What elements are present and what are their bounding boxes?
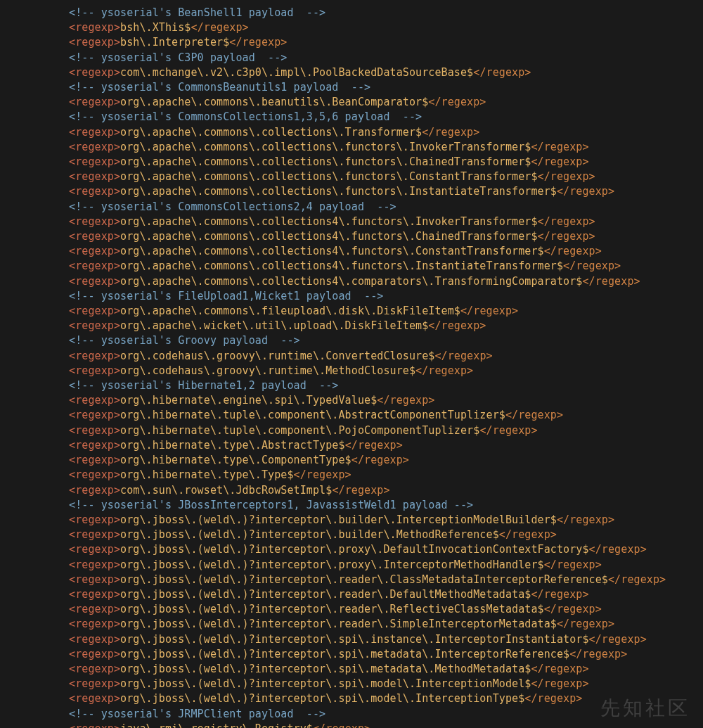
xml-comment: <!-- ysoserial's FileUpload1,Wicket1 pay… bbox=[69, 290, 383, 302]
regexp-close-tag: </regexp> bbox=[557, 185, 614, 198]
regexp-close-tag: </regexp> bbox=[415, 364, 473, 377]
xml-comment: <!-- ysoserial's CommonsBeanutils1 paylo… bbox=[69, 81, 370, 94]
regexp-open-tag: <regexp> bbox=[69, 573, 120, 586]
regexp-open-tag: <regexp> bbox=[69, 126, 120, 139]
xml-comment: <!-- ysoserial's BeanShell1 payload --> bbox=[69, 6, 325, 19]
regexp-pattern: org\.jboss\.(weld\.)?interceptor\.proxy\… bbox=[120, 543, 589, 556]
regexp-pattern: org\.jboss\.(weld\.)?interceptor\.spi\.m… bbox=[120, 648, 569, 660]
regexp-open-tag: <regexp> bbox=[69, 722, 120, 728]
regexp-pattern: org\.apache\.commons\.collections4\.func… bbox=[120, 245, 544, 257]
regexp-pattern: org\.jboss\.(weld\.)?interceptor\.spi\.i… bbox=[120, 633, 589, 646]
regexp-open-tag: <regexp> bbox=[69, 663, 120, 675]
regexp-open-tag: <regexp> bbox=[69, 170, 120, 183]
regexp-pattern: org\.jboss\.(weld\.)?interceptor\.proxy\… bbox=[120, 558, 544, 571]
regexp-pattern: org\.codehaus\.groovy\.runtime\.MethodCl… bbox=[120, 364, 415, 377]
regexp-open-tag: <regexp> bbox=[69, 513, 120, 526]
regexp-open-tag: <regexp> bbox=[69, 677, 120, 690]
regexp-pattern: org\.jboss\.(weld\.)?interceptor\.builde… bbox=[120, 528, 499, 541]
regexp-open-tag: <regexp> bbox=[69, 543, 120, 556]
xml-comment: <!-- ysoserial's JRMPClient payload --> bbox=[69, 708, 325, 720]
regexp-close-tag: </regexp> bbox=[538, 215, 595, 228]
regexp-pattern: org\.jboss\.(weld\.)?interceptor\.spi\.m… bbox=[120, 692, 524, 705]
regexp-open-tag: <regexp> bbox=[69, 648, 120, 660]
regexp-close-tag: </regexp> bbox=[531, 663, 588, 675]
xml-comment: <!-- ysoserial's C3P0 payload --> bbox=[69, 51, 287, 64]
regexp-pattern: org\.hibernate\.type\.Type$ bbox=[120, 468, 294, 481]
regexp-close-tag: </regexp> bbox=[505, 409, 563, 421]
regexp-open-tag: <regexp> bbox=[69, 185, 120, 198]
regexp-open-tag: <regexp> bbox=[69, 439, 120, 452]
regexp-open-tag: <regexp> bbox=[69, 21, 120, 34]
regexp-close-tag: </regexp> bbox=[229, 36, 287, 49]
regexp-close-tag: </regexp> bbox=[531, 155, 588, 168]
code-block: <!-- ysoserial's BeanShell1 payload --> … bbox=[0, 0, 703, 728]
regexp-pattern: org\.jboss\.(weld\.)?interceptor\.reader… bbox=[120, 603, 544, 615]
regexp-close-tag: </regexp> bbox=[531, 677, 588, 690]
regexp-close-tag: </regexp> bbox=[569, 648, 627, 660]
regexp-close-tag: </regexp> bbox=[544, 245, 602, 257]
regexp-pattern: org\.jboss\.(weld\.)?interceptor\.reader… bbox=[120, 573, 608, 586]
regexp-close-tag: </regexp> bbox=[434, 350, 492, 362]
regexp-close-tag: </regexp> bbox=[460, 305, 518, 317]
regexp-pattern: org\.jboss\.(weld\.)?interceptor\.reader… bbox=[120, 618, 557, 630]
regexp-open-tag: <regexp> bbox=[69, 364, 120, 377]
regexp-close-tag: </regexp> bbox=[345, 439, 403, 452]
regexp-pattern: org\.hibernate\.type\.ComponentType$ bbox=[120, 454, 352, 466]
regexp-pattern: org\.hibernate\.engine\.spi\.TypedValue$ bbox=[120, 394, 377, 407]
regexp-open-tag: <regexp> bbox=[69, 424, 120, 437]
regexp-close-tag: </regexp> bbox=[313, 722, 370, 728]
regexp-pattern: org\.apache\.commons\.collections\.Trans… bbox=[120, 126, 422, 139]
regexp-pattern: org\.apache\.commons\.collections\.funct… bbox=[120, 170, 538, 183]
regexp-pattern: org\.apache\.commons\.collections4\.func… bbox=[120, 230, 538, 243]
xml-comment: <!-- ysoserial's CommonsCollections1,3,5… bbox=[69, 110, 422, 123]
regexp-open-tag: <regexp> bbox=[69, 409, 120, 421]
regexp-pattern: org\.hibernate\.tuple\.component\.Abstra… bbox=[120, 409, 505, 421]
regexp-pattern: bsh\.XThis$ bbox=[120, 21, 191, 34]
regexp-close-tag: </regexp> bbox=[563, 260, 621, 272]
regexp-pattern: org\.jboss\.(weld\.)?interceptor\.spi\.m… bbox=[120, 663, 531, 675]
regexp-close-tag: </regexp> bbox=[499, 528, 557, 541]
regexp-open-tag: <regexp> bbox=[69, 305, 120, 317]
regexp-open-tag: <regexp> bbox=[69, 633, 120, 646]
regexp-open-tag: <regexp> bbox=[69, 558, 120, 571]
regexp-open-tag: <regexp> bbox=[69, 260, 120, 272]
regexp-pattern: com\.mchange\.v2\.c3p0\.impl\.PoolBacked… bbox=[120, 66, 473, 79]
regexp-close-tag: </regexp> bbox=[428, 96, 486, 108]
regexp-pattern: org\.apache\.commons\.collections\.funct… bbox=[120, 185, 557, 198]
regexp-pattern: bsh\.Interpreter$ bbox=[120, 36, 229, 49]
regexp-close-tag: </regexp> bbox=[531, 588, 588, 601]
regexp-pattern: org\.codehaus\.groovy\.runtime\.Converte… bbox=[120, 350, 434, 362]
regexp-open-tag: <regexp> bbox=[69, 155, 120, 168]
regexp-pattern: org\.apache\.commons\.collections4\.comp… bbox=[120, 275, 582, 288]
regexp-close-tag: </regexp> bbox=[294, 468, 352, 481]
regexp-pattern: org\.apache\.commons\.collections\.funct… bbox=[120, 155, 531, 168]
regexp-open-tag: <regexp> bbox=[69, 692, 120, 705]
regexp-close-tag: </regexp> bbox=[557, 618, 614, 630]
regexp-pattern: org\.jboss\.(weld\.)?interceptor\.builde… bbox=[120, 513, 557, 526]
regexp-pattern: org\.jboss\.(weld\.)?interceptor\.spi\.m… bbox=[120, 677, 531, 690]
regexp-open-tag: <regexp> bbox=[69, 230, 120, 243]
regexp-pattern: org\.apache\.commons\.collections4\.func… bbox=[120, 215, 538, 228]
regexp-open-tag: <regexp> bbox=[69, 275, 120, 288]
regexp-close-tag: </regexp> bbox=[531, 141, 588, 153]
regexp-open-tag: <regexp> bbox=[69, 350, 120, 362]
regexp-close-tag: </regexp> bbox=[544, 558, 602, 571]
regexp-pattern: org\.apache\.commons\.collections4\.func… bbox=[120, 260, 563, 272]
regexp-open-tag: <regexp> bbox=[69, 36, 120, 49]
xml-comment: <!-- ysoserial's CommonsCollections2,4 p… bbox=[69, 200, 396, 213]
xml-comment: <!-- ysoserial's Hibernate1,2 payload --… bbox=[69, 379, 339, 392]
regexp-close-tag: </regexp> bbox=[608, 573, 666, 586]
regexp-close-tag: </regexp> bbox=[479, 424, 537, 437]
regexp-close-tag: </regexp> bbox=[557, 513, 614, 526]
regexp-pattern: org\.jboss\.(weld\.)?interceptor\.reader… bbox=[120, 588, 531, 601]
regexp-close-tag: </regexp> bbox=[544, 603, 602, 615]
regexp-close-tag: </regexp> bbox=[332, 484, 389, 497]
regexp-open-tag: <regexp> bbox=[69, 484, 120, 497]
regexp-pattern: org\.hibernate\.tuple\.component\.PojoCo… bbox=[120, 424, 479, 437]
regexp-close-tag: </regexp> bbox=[538, 230, 595, 243]
regexp-open-tag: <regexp> bbox=[69, 603, 120, 615]
regexp-open-tag: <regexp> bbox=[69, 468, 120, 481]
regexp-open-tag: <regexp> bbox=[69, 215, 120, 228]
regexp-close-tag: </regexp> bbox=[352, 454, 409, 466]
regexp-pattern: com\.sun\.rowset\.JdbcRowSetImpl$ bbox=[120, 484, 332, 497]
